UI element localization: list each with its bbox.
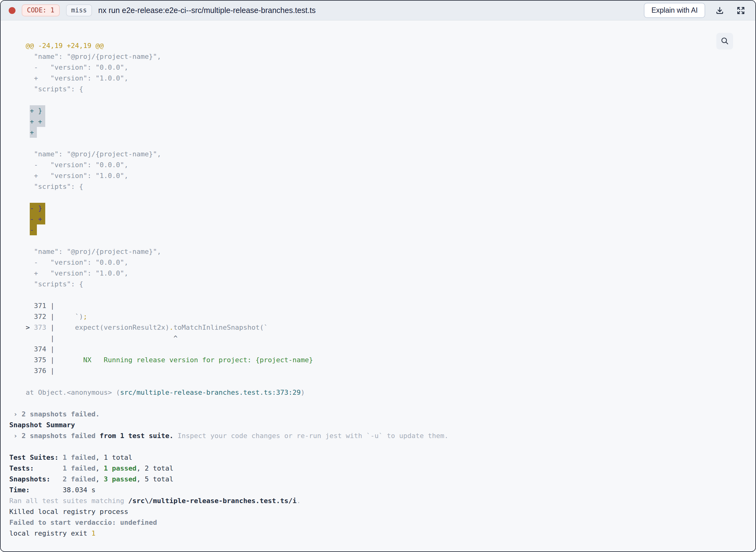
text-segment: , 1 total [95, 453, 132, 461]
text-segment: "scripts": { [9, 280, 83, 288]
text-segment: /src\/multiple-release-branches.test.ts/… [128, 497, 297, 505]
text-segment: "scripts": { [9, 183, 83, 190]
text-segment: `) [55, 313, 83, 320]
snapshots-line: Snapshots: 2 failed, 3 passed, 5 total [9, 474, 755, 485]
text-segment: 373 [34, 323, 46, 331]
text-segment: , [95, 475, 104, 483]
status-dot [9, 7, 15, 14]
text-segment: Time: [9, 486, 63, 494]
code-frame-line: 372 | `); [9, 311, 755, 322]
text-segment: - [30, 225, 37, 235]
diff-line: - "version": "0.0.0", [9, 257, 755, 268]
text-segment: - + [30, 214, 45, 225]
text-segment: + "version": "1.0.0", [9, 74, 128, 82]
text-segment: + } [30, 105, 45, 116]
code-frame-line: 376 | [9, 365, 755, 376]
text-segment: 1 failed [63, 453, 95, 461]
diff-line: "name": "@proj/{project-name}", [9, 246, 755, 257]
text-segment: "name": "@proj/{project-name}", [9, 150, 161, 158]
download-icon [715, 6, 724, 15]
diff-line: - "version": "0.0.0", [9, 159, 755, 170]
blank-line [9, 441, 755, 452]
text-segment: Snapshots: [9, 475, 63, 483]
cache-status-badge: miss [66, 4, 92, 16]
tests-line: Tests: 1 failed, 1 passed, 2 total [9, 463, 755, 474]
text-segment: 372 | [9, 313, 55, 320]
diff-line: "scripts": { [9, 181, 755, 192]
code-frame-line: 374 | [9, 343, 755, 355]
code-frame-line: 375 | NX Running release version for pro… [9, 355, 755, 365]
text-segment [9, 215, 30, 223]
text-segment: @@ -24,19 +24,19 @@ [9, 42, 104, 49]
fullscreen-button[interactable] [734, 4, 747, 17]
diff-hunk-header: @@ -24,19 +24,19 @@ [9, 40, 755, 51]
stack-trace-line: at Object.<anonymous> (src/multiple-rele… [9, 387, 755, 398]
search-button[interactable] [716, 33, 733, 49]
diff-line: "scripts": { [9, 279, 755, 289]
log-line: Killed local registry process [9, 506, 755, 517]
snapshot-summary-line: › 2 snapshots failed from 1 test suite. … [9, 430, 755, 441]
header: CODE: 1 miss nx run e2e-release:e2e-ci--… [1, 1, 755, 20]
text-segment: 1 passed [104, 464, 137, 472]
code-frame-error-line: > 373 | expect(versionResult2x).toMatchI… [9, 322, 755, 333]
text-segment: , [95, 464, 104, 472]
terminal-panel[interactable]: @@ -24,19 +24,19 @@ "name": "@proj/{proj… [1, 20, 755, 551]
active-search-match-line: - + [9, 214, 755, 225]
text-segment: ; [83, 313, 87, 320]
search-match-line: + } [9, 105, 755, 116]
text-segment: 371 | [9, 302, 55, 310]
text-segment: Killed local registry process [9, 508, 128, 516]
text-segment: 1 failed [63, 464, 95, 472]
text-segment: ) [301, 389, 305, 396]
snapshot-summary-heading: Snapshot Summary [9, 419, 755, 430]
text-segment: 2 failed [63, 475, 95, 483]
explain-with-ai-button[interactable]: Explain with AI [644, 3, 705, 18]
text-segment: NX Running release version for project: … [55, 356, 313, 364]
blank-line [9, 192, 755, 203]
text-segment: Ran all test suites matching [9, 497, 128, 505]
diff-line: + "version": "1.0.0", [9, 268, 755, 279]
text-segment: 375 | [9, 356, 55, 364]
text-segment: + "version": "1.0.0", [9, 269, 128, 277]
text-segment: - "version": "0.0.0", [9, 259, 128, 266]
test-suites-line: Test Suites: 1 failed, 1 total [9, 452, 755, 463]
text-segment: . [170, 323, 174, 331]
text-segment: "scripts": { [9, 85, 83, 93]
text-segment [9, 107, 30, 115]
blank-line [9, 138, 755, 149]
text-segment: Snapshot Summary [9, 421, 75, 429]
text-segment: expect(versionResult2x) [55, 323, 170, 331]
text-segment: Tests: [9, 464, 63, 472]
text-segment: - "version": "0.0.0", [9, 63, 128, 71]
text-segment: + "version": "1.0.0", [9, 172, 128, 179]
text-segment: "name": "@proj/{project-name}", [9, 53, 161, 60]
text-segment: from 1 test suite. [95, 432, 174, 440]
log-line: Failed to start verdaccio: undefined [9, 517, 755, 528]
text-segment: 38.034 s [63, 486, 95, 494]
blank-line [9, 235, 755, 246]
text-segment: 376 | [9, 367, 55, 375]
text-segment: 1 [91, 529, 95, 537]
text-segment: | ^ [9, 334, 178, 342]
diff-line: + "version": "1.0.0", [9, 170, 755, 181]
task-output-window: CODE: 1 miss nx run e2e-release:e2e-ci--… [0, 0, 756, 552]
text-segment: 374 | [9, 345, 55, 353]
blank-line [9, 95, 755, 105]
text-segment: › 2 snapshots failed [9, 432, 95, 440]
text-segment [9, 226, 30, 234]
terminal-output: @@ -24,19 +24,19 @@ "name": "@proj/{proj… [9, 40, 755, 539]
text-segment: - } [30, 203, 45, 214]
active-search-match-line: - } [9, 203, 755, 214]
text-segment: + + [30, 116, 45, 127]
download-button[interactable] [713, 4, 726, 17]
text-segment: local registry exit [9, 529, 91, 537]
code-frame-caret-line: | ^ [9, 333, 755, 343]
text-segment: at Object.<anonymous> ( [9, 389, 120, 396]
blank-line [9, 398, 755, 409]
task-title: nx run e2e-release:e2e-ci--src/multiple-… [98, 6, 638, 15]
blank-line [9, 376, 755, 387]
blank-line [9, 289, 755, 300]
text-segment [9, 118, 30, 125]
text-segment: toMatchInlineSnapshot(` [174, 323, 268, 331]
text-segment: Test Suites: [9, 453, 63, 461]
